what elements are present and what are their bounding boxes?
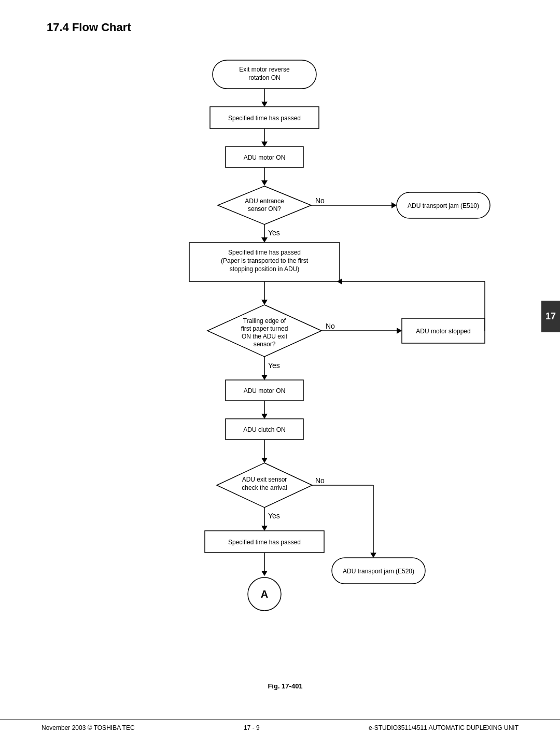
svg-marker-39 — [261, 458, 268, 463]
diamond1-no-label: No — [315, 196, 325, 205]
diamond3-no-label: No — [315, 476, 325, 485]
diamond3-yes-label: Yes — [268, 512, 280, 520]
step6-label: Specified time has passed — [228, 539, 301, 546]
step4b-label: ADU motor stopped — [416, 328, 470, 335]
svg-text:sensor ON?: sensor ON? — [248, 205, 281, 213]
svg-text:sensor?: sensor? — [254, 341, 276, 348]
step2-label: ADU motor ON — [244, 154, 286, 161]
error2-label: ADU transport jam (E520) — [343, 568, 414, 575]
diamond3-label-line1: ADU exit sensor — [242, 476, 287, 483]
svg-marker-29 — [397, 328, 402, 334]
diamond2-yes-label: Yes — [268, 361, 280, 370]
page: 17.4 Flow Chart 17 Exit motor reverse ro… — [0, 0, 560, 747]
end-circle-label: A — [261, 588, 268, 600]
svg-marker-6 — [261, 142, 268, 147]
svg-marker-21 — [261, 300, 268, 305]
svg-marker-9 — [261, 180, 268, 186]
svg-text:stopping position in ADU): stopping position in ADU) — [230, 265, 300, 273]
step1-label: Specified time has passed — [228, 115, 301, 122]
footer-center: 17 - 9 — [244, 724, 260, 731]
svg-marker-13 — [261, 237, 268, 243]
section-tab: 17 — [541, 301, 560, 332]
svg-text:ON the ADU exit: ON the ADU exit — [242, 333, 288, 340]
flowchart-container: Exit motor reverse rotation ON Specified… — [41, 50, 529, 713]
diamond1-yes-label: Yes — [268, 229, 280, 237]
svg-marker-43 — [261, 526, 268, 531]
svg-text:(Paper is transported to the f: (Paper is transported to the first — [221, 257, 309, 264]
start-label: Exit motor reverse — [239, 66, 290, 73]
svg-marker-15 — [391, 202, 397, 208]
svg-marker-46 — [370, 553, 376, 558]
flowchart-svg: Exit motor reverse rotation ON Specified… — [73, 50, 498, 713]
svg-marker-3 — [261, 102, 268, 107]
diamond2-label-line1: Trailing edge of — [243, 317, 286, 325]
svg-marker-36 — [261, 414, 268, 419]
page-title: 17.4 Flow Chart — [47, 21, 529, 34]
footer: November 2003 © TOSHIBA TEC 17 - 9 e-STU… — [0, 720, 560, 731]
step4a-label: ADU motor ON — [244, 387, 286, 394]
step5-label: ADU clutch ON — [243, 426, 285, 433]
svg-text:first paper turned: first paper turned — [241, 325, 288, 332]
svg-text:rotation ON: rotation ON — [248, 74, 280, 81]
diamond2-no-label: No — [326, 322, 335, 330]
diamond1-label: ADU entrance — [245, 198, 284, 205]
svg-text:check the arrival: check the arrival — [242, 484, 287, 491]
svg-marker-27 — [261, 375, 268, 380]
step3-label-line1: Specified time has passed — [228, 249, 301, 256]
svg-marker-50 — [261, 571, 268, 576]
footer-left: November 2003 © TOSHIBA TEC — [41, 724, 135, 731]
footer-right: e-STUDIO3511/4511 AUTOMATIC DUPLEXING UN… — [369, 724, 519, 731]
error1-label: ADU transport jam (E510) — [408, 202, 479, 209]
